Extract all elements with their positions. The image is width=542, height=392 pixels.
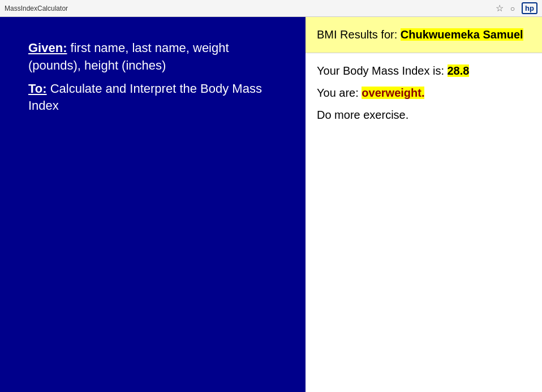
bmi-results-header: BMI Results for: Chukwuemeka Samuel — [306, 17, 542, 53]
to-section: To: Calculate and Interpret the Body Mas… — [28, 80, 277, 115]
bmi-advice-line: Do more exercise. — [317, 109, 531, 122]
to-text: Calculate and Interpret the Body Mass In… — [28, 81, 262, 113]
brand-icon: hp — [522, 2, 537, 14]
main-container: Given: first name, last name, weight (po… — [0, 17, 542, 392]
given-label: Given: — [28, 41, 67, 55]
status-value: overweight. — [362, 87, 424, 99]
bmi-results-body: Your Body Mass Index is: 28.8 You are: o… — [306, 53, 542, 142]
results-name: Chukwuemeka Samuel — [401, 28, 523, 41]
title-bar-icons: ☆ ○ hp — [496, 2, 537, 14]
advice-text: Do more exercise. — [317, 109, 408, 121]
app-title: MassIndexCalculator — [5, 5, 68, 12]
to-label: To: — [28, 81, 47, 96]
title-bar: MassIndexCalculator ☆ ○ hp — [0, 0, 542, 17]
bmi-prefix: Your Body Mass Index is: — [317, 64, 448, 77]
circle-icon: ○ — [510, 4, 515, 13]
status-prefix: You are: — [317, 87, 362, 99]
results-panel: BMI Results for: Chukwuemeka Samuel Your… — [306, 17, 542, 392]
given-section: Given: first name, last name, weight (po… — [28, 40, 277, 75]
star-icon[interactable]: ☆ — [496, 3, 504, 14]
results-prefix: BMI Results for: — [317, 28, 401, 41]
bmi-value-line: Your Body Mass Index is: 28.8 — [317, 64, 531, 77]
bmi-status-line: You are: overweight. — [317, 87, 531, 100]
bmi-number: 28.8 — [448, 64, 470, 77]
description-panel: Given: first name, last name, weight (po… — [0, 17, 306, 392]
